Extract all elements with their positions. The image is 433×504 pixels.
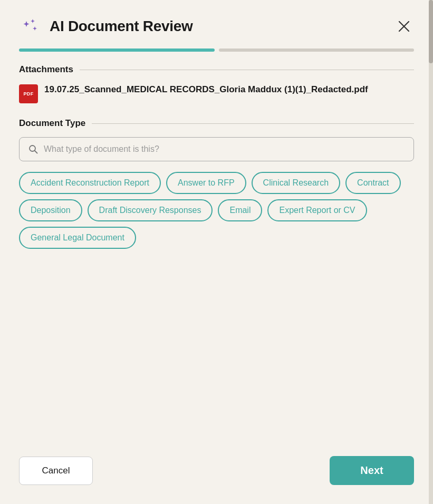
- search-box[interactable]: [19, 137, 414, 161]
- close-button[interactable]: [394, 16, 414, 36]
- attachment-item: PDF 19.07.25_Scanned_MEDICAL RECORDS_Glo…: [19, 83, 414, 103]
- next-button[interactable]: Next: [330, 456, 414, 485]
- attachment-filename: 19.07.25_Scanned_MEDICAL RECORDS_Gloria …: [44, 83, 368, 96]
- modal-title: AI Document Review: [50, 18, 193, 35]
- modal-body: Attachments PDF 19.07.25_Scanned_MEDICAL…: [0, 64, 433, 443]
- progress-bar: [0, 49, 433, 64]
- progress-segment-1: [19, 49, 215, 52]
- tag-general-legal-document[interactable]: General Legal Document: [19, 227, 136, 249]
- document-type-search-input[interactable]: [44, 144, 405, 154]
- tag-answer-to-rfp[interactable]: Answer to RFP: [166, 172, 246, 194]
- pdf-icon-text: PDF: [24, 91, 34, 96]
- tag-email[interactable]: Email: [218, 199, 262, 221]
- tag-clinical-research[interactable]: Clinical Research: [252, 172, 341, 194]
- attachments-section-label: Attachments: [19, 64, 414, 75]
- pdf-icon: PDF: [19, 84, 38, 103]
- tag-accident-reconstruction-report[interactable]: Accident Reconstruction Report: [19, 172, 161, 194]
- scrollbar-thumb[interactable]: [429, 0, 433, 63]
- tag-contract[interactable]: Contract: [345, 172, 400, 194]
- ai-sparkle-icon: [19, 15, 42, 38]
- modal: AI Document Review Attachments PDF 19.07…: [0, 0, 433, 504]
- modal-footer: Cancel Next: [0, 443, 433, 504]
- title-group: AI Document Review: [19, 15, 193, 38]
- cancel-button[interactable]: Cancel: [19, 457, 93, 485]
- modal-header: AI Document Review: [0, 0, 433, 49]
- tag-deposition[interactable]: Deposition: [19, 199, 82, 221]
- document-type-section: Document Type Accident Reconstruction Re…: [19, 118, 414, 249]
- progress-segment-2: [219, 49, 415, 52]
- tag-draft-discovery-responses[interactable]: Draft Discovery Responses: [88, 199, 213, 221]
- tag-expert-report-or-cv[interactable]: Expert Report or CV: [267, 199, 367, 221]
- svg-point-0: [30, 146, 35, 151]
- document-type-tags: Accident Reconstruction Report Answer to…: [19, 172, 414, 249]
- document-type-label: Document Type: [19, 118, 414, 129]
- scrollbar-track[interactable]: [429, 0, 433, 504]
- search-icon: [28, 144, 39, 154]
